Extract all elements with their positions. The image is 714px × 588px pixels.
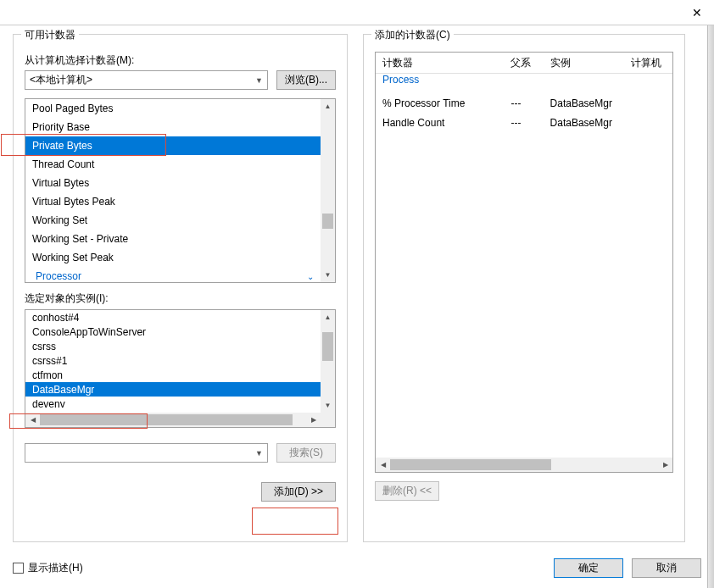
cell-instance: DataBaseMgr	[544, 113, 624, 132]
show-description-checkbox[interactable]	[13, 563, 24, 574]
counter-item[interactable]: Working Set Peak	[25, 248, 321, 267]
cell-parent: ---	[504, 93, 543, 113]
counter-item[interactable]: Priority Base	[25, 118, 321, 136]
counter-item[interactable]: Virtual Bytes Peak	[25, 192, 321, 211]
instances-hscrollbar[interactable]: ◀ ▶	[25, 413, 321, 427]
computer-combo[interactable]: <本地计算机> ▼	[25, 70, 268, 90]
bottom-bar: 显示描述(H) 确定 取消	[13, 558, 701, 578]
cell-computer	[624, 113, 672, 132]
cell-computer	[624, 93, 672, 113]
window-edge	[707, 25, 714, 588]
computer-combo-value: <本地计算机>	[30, 73, 92, 87]
header-counter[interactable]: 计数器	[376, 53, 504, 73]
counters-scrollbar[interactable]: ▲ ▼	[321, 99, 335, 282]
titlebar: ✕	[0, 0, 714, 25]
highlight-add-button	[252, 508, 338, 535]
instances-scrollbar[interactable]: ▲ ▼	[321, 310, 335, 413]
close-button[interactable]: ✕	[680, 0, 714, 25]
header-computer[interactable]: 计算机	[624, 53, 672, 73]
table-row[interactable]: % Processor Time---DataBaseMgr	[376, 93, 672, 113]
scroll-thumb[interactable]	[322, 214, 333, 229]
counter-item[interactable]: Thread Count	[25, 155, 321, 174]
scroll-right-icon[interactable]: ▶	[658, 458, 672, 472]
from-computer-label: 从计算机选择计数器(M):	[25, 53, 336, 68]
instance-item[interactable]: csrss	[25, 339, 321, 353]
instance-item[interactable]: csrss#1	[25, 353, 321, 368]
counter-item[interactable]: Pool Paged Bytes	[25, 99, 321, 118]
category-row[interactable]: Process	[376, 74, 672, 93]
added-counters-group: 添加的计数器(C) 计数器 父系 实例 计算机 Process % Proces…	[363, 34, 685, 542]
scroll-down-icon[interactable]: ▼	[321, 398, 335, 413]
added-hscrollbar[interactable]: ◀ ▶	[376, 458, 672, 472]
added-counters-table: 计数器 父系 实例 计算机 Process % Processor Time--…	[375, 52, 673, 473]
instances-listbox[interactable]: conhost#4ConsoleAppToWinServercsrsscsrss…	[25, 309, 336, 428]
scroll-thumb[interactable]	[322, 332, 333, 362]
available-counters-group: 可用计数器 从计算机选择计数器(M): <本地计算机> ▼ 浏览(B)... P…	[13, 34, 348, 542]
remove-button[interactable]: 删除(R) <<	[375, 481, 439, 501]
cancel-button[interactable]: 取消	[632, 558, 701, 578]
instances-label: 选定对象的实例(I):	[25, 291, 336, 306]
cell-counter: Handle Count	[376, 113, 504, 132]
instance-item[interactable]: devenv	[25, 397, 321, 411]
counter-item[interactable]: Working Set - Private	[25, 230, 321, 248]
counter-item[interactable]: Virtual Bytes	[25, 174, 321, 192]
instance-item[interactable]: DataBaseMgr	[25, 382, 321, 397]
add-button[interactable]: 添加(D) >>	[261, 482, 336, 502]
ok-button[interactable]: 确定	[554, 558, 623, 578]
scroll-up-icon[interactable]: ▲	[321, 310, 335, 325]
counters-listbox[interactable]: Pool Paged BytesPriority BasePrivate Byt…	[25, 98, 336, 283]
available-counters-title: 可用计数器	[21, 28, 79, 42]
scroll-left-icon[interactable]: ◀	[376, 458, 390, 472]
scroll-thumb[interactable]	[390, 459, 551, 470]
cell-parent: ---	[504, 113, 543, 132]
scroll-corner	[321, 413, 335, 427]
category-label: Process	[382, 74, 419, 93]
counter-category[interactable]: Processor⌄	[25, 267, 321, 283]
show-description-label: 显示描述(H)	[28, 561, 83, 575]
search-combo[interactable]: ▼	[25, 443, 268, 463]
browse-button[interactable]: 浏览(B)...	[276, 70, 336, 90]
cell-counter: % Processor Time	[376, 93, 504, 113]
scroll-up-icon[interactable]: ▲	[321, 99, 335, 114]
added-counters-title: 添加的计数器(C)	[371, 28, 454, 42]
cell-instance: DataBaseMgr	[544, 93, 624, 113]
table-header: 计数器 父系 实例 计算机	[376, 53, 672, 74]
instance-item[interactable]: ctfmon	[25, 368, 321, 382]
scroll-thumb[interactable]	[40, 414, 293, 425]
counter-item[interactable]: Private Bytes	[25, 136, 321, 155]
scroll-right-icon[interactable]: ▶	[306, 413, 321, 427]
chevron-down-icon: ▼	[255, 449, 263, 458]
header-parent[interactable]: 父系	[504, 53, 543, 73]
table-row[interactable]: Handle Count---DataBaseMgr	[376, 113, 672, 132]
header-instance[interactable]: 实例	[544, 53, 624, 73]
counter-item[interactable]: Working Set	[25, 211, 321, 230]
instance-item[interactable]: conhost#4	[25, 310, 321, 325]
search-button[interactable]: 搜索(S)	[276, 443, 336, 463]
scroll-left-icon[interactable]: ◀	[25, 413, 40, 427]
chevron-down-icon: ▼	[255, 76, 263, 85]
scroll-down-icon[interactable]: ▼	[321, 268, 335, 282]
instance-item[interactable]: ConsoleAppToWinServer	[25, 325, 321, 339]
